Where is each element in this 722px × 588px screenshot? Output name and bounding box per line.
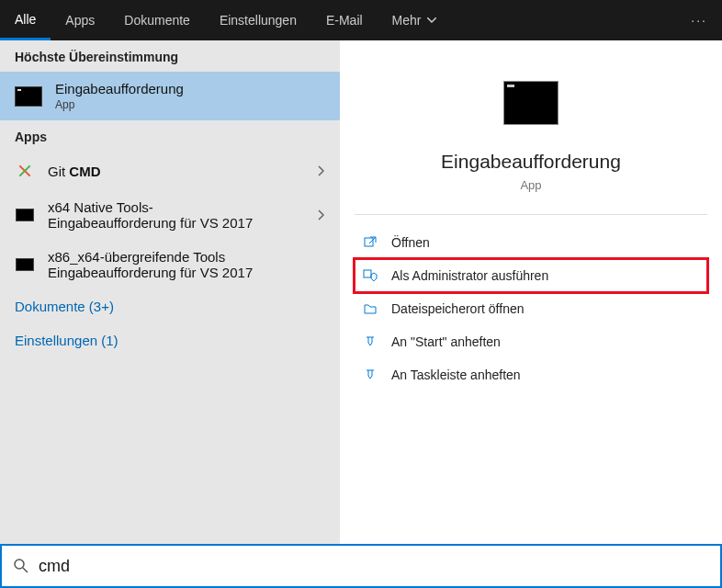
tab-apps[interactable]: Apps: [51, 0, 109, 40]
tab-label: Apps: [65, 13, 95, 28]
open-icon: [362, 234, 378, 251]
action-list: Öffnen Als Administrator ausführen Datei…: [355, 226, 707, 391]
chevron-down-icon: [427, 17, 436, 23]
results-pane: Höchste Übereinstimmung Eingabeaufforder…: [0, 40, 340, 544]
action-label: Als Administrator ausführen: [391, 268, 548, 283]
preview-subtitle: App: [520, 178, 541, 192]
git-icon: [15, 161, 35, 181]
tab-label: Alle: [15, 12, 36, 27]
preview-pane: Eingabeaufforderung App Öffnen Als Admin…: [340, 40, 722, 544]
app-result-x64-native-tools[interactable]: x64 Native Tools- Eingabeaufforderung fü…: [0, 190, 340, 240]
search-input[interactable]: [39, 557, 709, 576]
svg-point-4: [15, 560, 24, 569]
tab-email[interactable]: E-Mail: [311, 0, 378, 40]
action-open-file-location[interactable]: Dateispeicherort öffnen: [355, 292, 707, 325]
tab-label: E-Mail: [326, 13, 363, 28]
app-result-x86-x64-cross-tools[interactable]: x86_x64-übergreifende Tools Eingabeauffo…: [0, 240, 340, 289]
action-pin-to-taskbar[interactable]: An Taskleiste anheften: [355, 358, 707, 391]
best-match-header: Höchste Übereinstimmung: [0, 40, 340, 72]
tab-all[interactable]: Alle: [0, 0, 51, 40]
app-result-label: x86_x64-übergreifende Tools Eingabeauffo…: [48, 249, 325, 280]
settings-category[interactable]: Einstellungen (1): [0, 323, 340, 357]
preview-app-icon: [503, 81, 558, 125]
svg-rect-2: [365, 238, 373, 246]
apps-header: Apps: [0, 120, 340, 152]
action-run-as-admin[interactable]: Als Administrator ausführen: [355, 259, 707, 292]
best-match-subtitle: App: [55, 98, 184, 111]
search-bar[interactable]: [0, 544, 722, 588]
folder-icon: [362, 300, 378, 317]
ellipsis-icon: ···: [691, 13, 707, 28]
svg-rect-3: [364, 270, 371, 277]
action-open[interactable]: Öffnen: [355, 226, 707, 259]
action-pin-to-start[interactable]: An "Start" anheften: [355, 325, 707, 358]
tab-label: Dokumente: [124, 13, 190, 28]
tab-settings[interactable]: Einstellungen: [205, 0, 311, 40]
documents-category[interactable]: Dokumente (3+): [0, 289, 340, 323]
best-match-result[interactable]: Eingabeaufforderung App: [0, 72, 340, 120]
action-label: Dateispeicherort öffnen: [391, 301, 525, 316]
search-tabs: Alle Apps Dokumente Einstellungen E-Mail…: [0, 0, 722, 40]
tab-label: Einstellungen: [220, 13, 297, 28]
overflow-menu-button[interactable]: ···: [676, 0, 722, 40]
app-result-label: Git CMD: [48, 164, 305, 179]
chevron-right-icon: [318, 209, 325, 220]
svg-line-5: [23, 568, 28, 572]
app-result-label: x64 Native Tools- Eingabeaufforderung fü…: [48, 199, 305, 231]
action-label: An "Start" anheften: [391, 334, 501, 349]
action-label: Öffnen: [391, 235, 430, 250]
action-label: An Taskleiste anheften: [391, 368, 521, 382]
chevron-right-icon: [318, 165, 325, 176]
search-icon: [13, 558, 29, 574]
admin-shield-icon: [362, 267, 378, 284]
preview-title: Eingabeaufforderung: [441, 151, 621, 173]
cmd-icon: [15, 254, 35, 275]
app-result-git-cmd[interactable]: Git CMD: [0, 152, 340, 190]
cmd-icon: [15, 205, 35, 225]
tab-documents[interactable]: Dokumente: [109, 0, 205, 40]
best-match-title: Eingabeaufforderung: [55, 81, 184, 96]
pin-icon: [362, 334, 378, 350]
pin-icon: [362, 367, 378, 383]
tab-more[interactable]: Mehr: [378, 0, 451, 40]
tab-label: Mehr: [392, 13, 422, 28]
cmd-icon: [15, 86, 42, 107]
divider: [355, 214, 707, 215]
